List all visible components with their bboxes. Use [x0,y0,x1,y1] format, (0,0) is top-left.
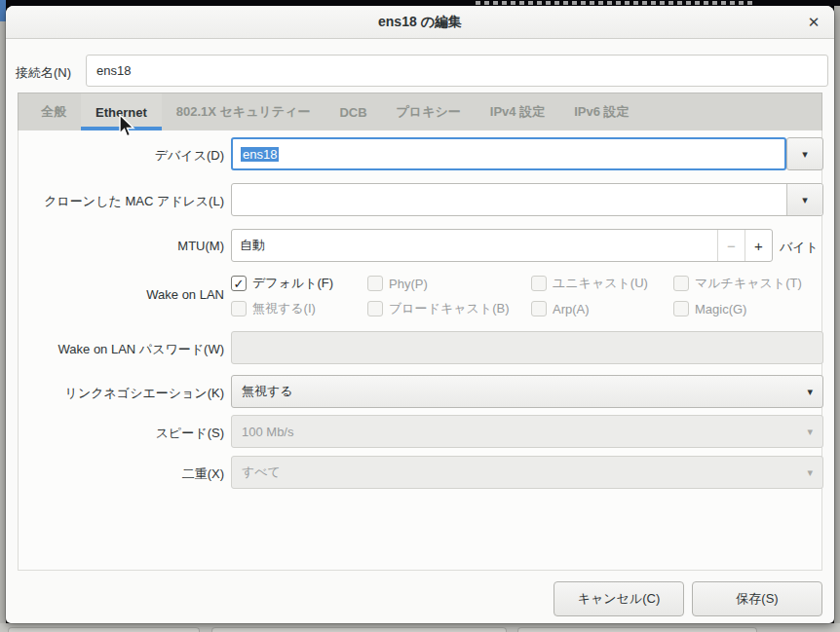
wol-default-checkbox[interactable]: ✓ デフォルト(F) [231,275,367,292]
screen: ens18 の編集 ✕ 接続名(N) ens18 全般 Ethernet 802… [0,0,840,632]
wol-phy-checkbox[interactable]: Phy(P) [367,276,531,291]
checkbox-unchecked-icon[interactable] [367,276,383,291]
tab-8021x-security[interactable]: 802.1X セキュリティー [162,93,325,130]
cancel-button[interactable]: キャンセル(C) [554,581,684,616]
link-negotiation-label: リンクネゴシエーション(K) [65,385,224,402]
cloned-mac-dropdown-button[interactable]: ▾ [786,184,822,215]
save-button[interactable]: 保存(S) [692,581,822,616]
cloned-mac-label: クローンした MAC アドレス(L) [44,193,224,210]
connection-name-label: 接続名(N) [16,64,71,82]
checkbox-unchecked-icon[interactable] [673,301,689,316]
wol-password-input [231,331,823,364]
tab-dcb[interactable]: DCB [325,93,381,130]
close-icon[interactable]: ✕ [801,11,826,34]
link-negotiation-select[interactable]: 無視する ▾ [231,375,823,408]
dialog-title: ens18 の編集 [378,14,462,31]
wol-ignore-checkbox[interactable]: 無視する(I) [231,300,367,317]
mtu-label: MTU(M) [177,239,224,253]
tab-bar: 全般 Ethernet 802.1X セキュリティー DCB プロキシー IPv… [18,93,822,130]
mtu-value: 自動 [240,237,717,254]
duplex-value: すべて [242,464,281,481]
chevron-down-icon: ▾ [807,427,813,437]
wol-multicast-checkbox[interactable]: マルチキャスト(T) [673,275,816,292]
tab-ipv6[interactable]: IPv6 設定 [559,93,643,130]
wake-on-lan-label: Wake on LAN [146,287,224,302]
speed-label: スピード(S) [156,425,224,442]
speed-value: 100 Mb/s [242,425,293,439]
mtu-spinner[interactable]: 自動 − + [231,229,773,262]
checkbox-unchecked-icon[interactable] [231,301,247,316]
checkbox-checked-icon[interactable]: ✓ [231,276,247,291]
chevron-down-icon: ▾ [807,467,813,478]
cloned-mac-input[interactable]: ▾ [231,183,823,216]
mtu-decrement-button[interactable]: − [717,230,745,261]
checkbox-unchecked-icon[interactable] [367,301,383,316]
device-label: デバイス(D) [155,147,224,165]
wol-arp-checkbox[interactable]: Arp(A) [531,301,673,316]
duplex-label: 二重(X) [182,465,224,483]
wol-unicast-checkbox[interactable]: ユニキャスト(U) [531,275,673,292]
device-value: ens18 [241,147,279,162]
connection-name-value: ens18 [96,63,131,78]
wol-magic-checkbox[interactable]: Magic(G) [673,301,816,316]
background-widget [517,627,757,632]
background-right-edge [834,6,840,632]
wol-broadcast-checkbox[interactable]: ブロードキャスト(B) [367,300,531,317]
tab-ipv4[interactable]: IPv4 設定 [476,93,559,130]
duplex-select: すべて ▾ [231,456,823,489]
tab-general[interactable]: 全般 [26,93,81,130]
wol-password-label: Wake on LAN パスワード(W) [58,341,224,358]
speed-select: 100 Mb/s ▾ [231,415,823,448]
checkbox-unchecked-icon[interactable] [673,276,689,291]
wake-on-lan-options: ✓ デフォルト(F) Phy(P) ユニキャスト(U) マルチキャスト(T) 無… [231,273,816,319]
checkbox-unchecked-icon[interactable] [531,301,547,316]
checkbox-unchecked-icon[interactable] [531,276,547,291]
chevron-down-icon: ▾ [802,149,808,160]
edit-connection-dialog: ens18 の編集 ✕ 接続名(N) ens18 全般 Ethernet 802… [6,6,834,623]
background-clipped-text [476,1,753,5]
mtu-increment-button[interactable]: + [745,230,772,261]
connection-name-input[interactable]: ens18 [86,55,828,87]
mouse-cursor [119,114,135,139]
device-input[interactable]: ens18 [231,137,786,170]
tab-proxy[interactable]: プロキシー [382,93,476,130]
device-dropdown-button[interactable]: ▾ [786,137,823,170]
background-widget [8,627,200,632]
chevron-down-icon: ▾ [807,387,813,397]
link-negotiation-value: 無視する [242,383,293,400]
titlebar[interactable]: ens18 の編集 ✕ [6,6,834,39]
background-widget [211,627,507,632]
chevron-down-icon: ▾ [802,195,808,205]
mtu-unit-label: バイト [780,239,819,256]
